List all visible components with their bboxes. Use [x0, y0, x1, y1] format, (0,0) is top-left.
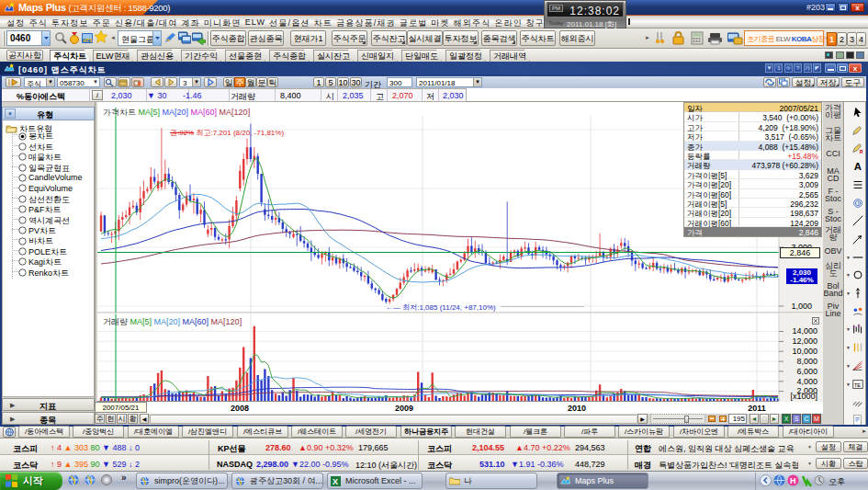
svg-text:R: R: [860, 150, 863, 155]
svg-text:H: H: [790, 476, 796, 485]
svg-text:TE: TE: [854, 382, 861, 387]
svg-text:X: X: [333, 477, 338, 486]
svg-text:A: A: [854, 161, 862, 172]
svg-text:HTS: HTS: [84, 38, 94, 43]
